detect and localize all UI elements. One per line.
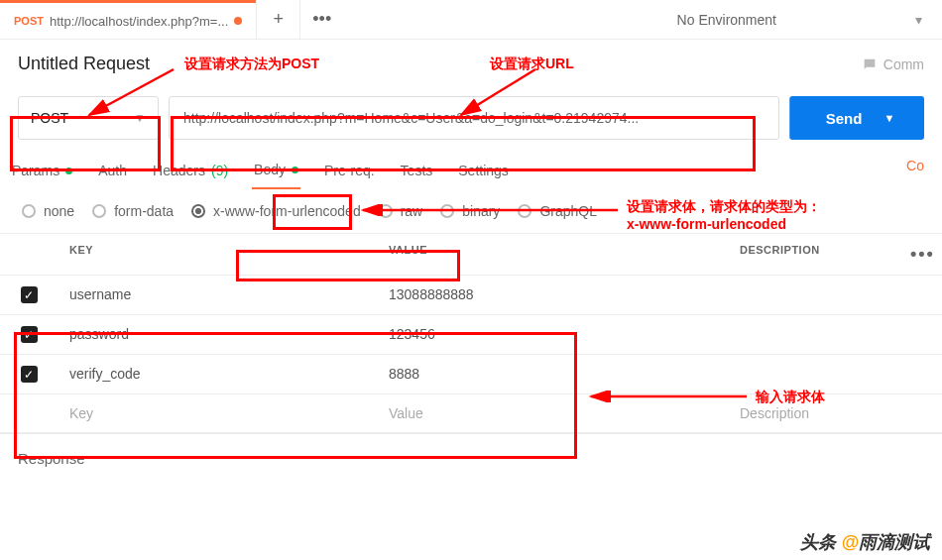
kv-header: KEY VALUE DESCRIPTION ••• <box>0 234 942 276</box>
kv-row[interactable]: ✓ username 13088888888 <box>0 276 942 315</box>
annotation-text: 输入请求体 <box>756 389 825 406</box>
radio-icon <box>191 204 205 218</box>
chevron-down-icon: ▾ <box>915 12 922 28</box>
environment-label: No Environment <box>677 12 776 28</box>
kv-desc[interactable] <box>728 276 942 314</box>
annotation-text: 设置请求方法为POST <box>184 56 319 73</box>
checkbox-icon[interactable]: ✓ <box>21 286 38 303</box>
kv-value[interactable]: 13088888888 <box>377 276 728 314</box>
body-type-none[interactable]: none <box>22 203 74 219</box>
comment-button[interactable]: Comm <box>862 56 924 72</box>
request-tab[interactable]: POST http://localhost/index.php?m=... <box>0 0 256 39</box>
tab-method: POST <box>14 15 44 27</box>
tab-body[interactable]: Body <box>252 158 300 189</box>
kv-key[interactable]: username <box>58 276 377 314</box>
kv-key-placeholder[interactable]: Key <box>58 394 377 432</box>
checkbox-icon[interactable]: ✓ <box>21 366 38 383</box>
kv-key[interactable]: password <box>58 315 377 354</box>
tab-more-button[interactable]: ••• <box>299 0 343 39</box>
kv-key[interactable]: verify_code <box>58 355 377 393</box>
kv-more-button[interactable]: ••• <box>898 234 942 275</box>
method-value: POST <box>31 110 68 126</box>
checkbox-icon[interactable]: ✓ <box>21 326 38 343</box>
radio-icon <box>518 204 531 218</box>
method-select[interactable]: POST ▼ <box>18 96 159 140</box>
annotation-text: 设置请求URL <box>490 56 574 73</box>
radio-icon <box>440 204 454 218</box>
environment-select[interactable]: No Environment ▾ <box>657 0 942 39</box>
kv-value[interactable]: 8888 <box>377 355 728 393</box>
unsaved-dot-icon <box>234 17 242 25</box>
tab-auth[interactable]: Auth <box>96 158 129 189</box>
response-section: Response <box>0 433 942 483</box>
send-button[interactable]: Send ▼ <box>789 96 924 140</box>
dot-icon <box>65 168 72 174</box>
tab-params[interactable]: Params <box>10 158 74 189</box>
cookies-link[interactable]: Co <box>906 158 932 189</box>
radio-icon <box>92 204 106 218</box>
radio-icon <box>379 204 393 218</box>
comment-icon <box>862 56 878 72</box>
body-type-graphql[interactable]: GraphQL <box>518 203 597 219</box>
tab-headers[interactable]: Headers (9) <box>151 158 230 189</box>
annotation-text: x-www-form-urlencoded <box>627 216 786 232</box>
kv-row[interactable]: ✓ password 123456 <box>0 315 942 355</box>
tab-prereq[interactable]: Pre-req. <box>322 158 377 189</box>
new-tab-button[interactable]: + <box>256 0 299 39</box>
dot-icon <box>292 167 298 173</box>
kv-value[interactable]: 123456 <box>377 315 728 354</box>
request-title[interactable]: Untitled Request <box>18 54 150 74</box>
annotation-text: 设置请求体，请求体的类型为： <box>627 198 821 216</box>
url-value: http://localhost/index.php?m=Home&c=User… <box>183 110 639 126</box>
body-type-formdata[interactable]: form-data <box>92 203 174 219</box>
kv-desc[interactable] <box>728 315 942 354</box>
body-type-binary[interactable]: binary <box>440 203 500 219</box>
url-input[interactable]: http://localhost/index.php?m=Home&c=User… <box>169 96 779 140</box>
tab-settings[interactable]: Settings <box>456 158 511 189</box>
body-type-urlencoded[interactable]: x-www-form-urlencoded <box>191 203 361 219</box>
watermark: 头条 @雨滴测试 <box>800 530 930 554</box>
chevron-down-icon: ▼ <box>883 112 894 124</box>
kv-value-placeholder[interactable]: Value <box>377 394 728 432</box>
radio-icon <box>22 204 36 218</box>
body-type-raw[interactable]: raw <box>379 203 423 219</box>
tab-title: http://localhost/index.php?m=... <box>50 14 228 29</box>
tab-tests[interactable]: Tests <box>399 158 435 189</box>
chevron-down-icon: ▼ <box>134 111 146 125</box>
